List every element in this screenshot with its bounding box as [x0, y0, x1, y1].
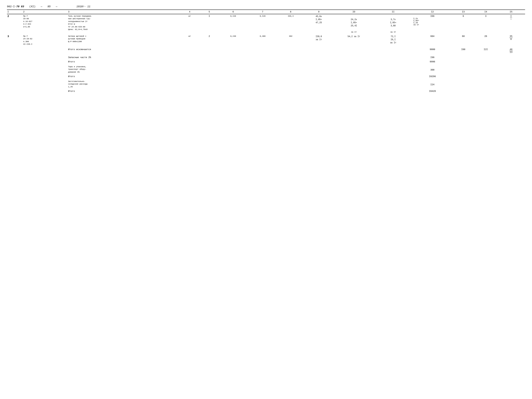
- col-header-6: 6: [219, 10, 247, 14]
- col-header-4: 4: [180, 10, 199, 14]
- empty: [475, 54, 497, 59]
- row-col14: 3: [475, 14, 497, 34]
- row-unit: шт: [180, 14, 199, 34]
- row-col15: 35 8: [497, 34, 525, 46]
- col-header-2: 2: [23, 10, 68, 14]
- doc-xi: (XI): [29, 5, 36, 8]
- row-col8: I66,3: [278, 14, 303, 34]
- empty: [497, 59, 525, 64]
- summary-row-zagot: Заготовительно- складские расходы 1,2% I…: [7, 78, 525, 89]
- col-header-12: I2: [413, 10, 452, 14]
- itogo3-label: Итого: [68, 74, 180, 78]
- empty: [303, 46, 334, 54]
- empty: [7, 89, 23, 93]
- itogo-excl-col13: I88: [452, 46, 475, 54]
- empty: [180, 54, 413, 59]
- col-header-11: II: [374, 10, 413, 14]
- row-col6: 0,I28: [219, 14, 247, 34]
- row-col10: 24,2х I,05= 25,4I за Iт: [334, 14, 374, 34]
- empty: [7, 46, 23, 54]
- row-name: Таль ручная передвиж- ная шестеренная гр…: [68, 14, 180, 34]
- empty: [7, 74, 23, 78]
- empty: [180, 59, 413, 64]
- empty: [475, 64, 497, 74]
- zagot-col12: I24: [413, 78, 452, 89]
- empty: [180, 78, 413, 89]
- summary-row-zapas: Запасные части 2% I96: [7, 54, 525, 59]
- itogo-excl-label: Итого исключается: [68, 46, 180, 54]
- zagot-label: Заготовительно- складские расходы 1,2%: [68, 78, 180, 89]
- row-unit: шт: [180, 34, 199, 46]
- empty: [219, 46, 247, 54]
- row-qty: I: [199, 14, 219, 34]
- empty: [452, 64, 475, 74]
- document-header: 902-I-70 83 (XI) — 95 — 1918г- 11: [7, 5, 525, 8]
- summary-row-tara: Тара и упаковка, транспорт обору- довани…: [7, 64, 525, 74]
- empty: [374, 46, 413, 54]
- col-header-8: 8: [278, 10, 303, 14]
- row-col7: 0,480: [247, 34, 278, 46]
- empty: [23, 46, 68, 54]
- row-code: Пр-Т 24-I0-02 п.306 22-I20-I: [23, 34, 68, 46]
- itogo3-col12: I0296: [413, 74, 452, 78]
- empty: [334, 46, 374, 54]
- row-num: 2: [7, 14, 23, 34]
- col-header-7: 7: [247, 10, 278, 14]
- main-table: I 2 3 4 5 6 7 8 9 IO II I2 I3 I4 I5 2 Пр…: [7, 10, 525, 93]
- col-header-13: I3: [452, 10, 475, 14]
- empty: [497, 64, 525, 74]
- col-header-9: 9: [303, 10, 334, 14]
- row-col11: 72,I I6,I за Iт: [374, 34, 413, 46]
- zapas-label: Запасные части 2%: [68, 54, 180, 59]
- empty: [7, 54, 23, 59]
- empty: [497, 78, 525, 89]
- empty: [497, 89, 525, 93]
- empty: [23, 89, 68, 93]
- empty: [180, 46, 199, 54]
- empty: [475, 74, 497, 78]
- row-col9: I39,0 за Iт: [303, 34, 334, 46]
- summary-row-itogo2: Итого 9996: [7, 59, 525, 64]
- empty: [497, 54, 525, 59]
- col-header-14: I4: [475, 10, 497, 14]
- col-header-5: 5: [199, 10, 219, 14]
- itogo-excl-col15: 48 I3: [497, 46, 525, 54]
- empty: [452, 78, 475, 89]
- col-header-10: IO: [334, 10, 374, 14]
- summary-row-itogo4: Итого I0420: [7, 89, 525, 93]
- row-col14: 26: [475, 34, 497, 46]
- row-col12: I66 I,2хI,05=I,26за Iт: [413, 14, 452, 34]
- row-col15: I —: [497, 14, 525, 34]
- empty: [278, 46, 303, 54]
- row-qty: 2: [199, 34, 219, 46]
- empty: [180, 89, 413, 93]
- row-col6: 0,240: [219, 34, 247, 46]
- row-col7: 0,I28: [247, 14, 278, 34]
- zapas-col12: I96: [413, 54, 452, 59]
- empty: [475, 78, 497, 89]
- row-col9: 45,0х I,05= 47,25: [303, 14, 334, 34]
- summary-row-itogo-excl: Итого исключается 9800 I88 I2I 48 I3: [7, 46, 525, 54]
- empty: [7, 59, 23, 64]
- doc-number: 902-I-70 83: [7, 5, 24, 8]
- row-col13: 6: [452, 14, 475, 34]
- empty: [452, 89, 475, 93]
- col-header-3: 3: [68, 10, 180, 14]
- itogo-excl-col14: I2I: [475, 46, 497, 54]
- empty: [7, 64, 23, 74]
- empty: [247, 46, 278, 54]
- row-code: Пр-Т I9-06 п.16-027 3-У-6II к=I,05: [23, 14, 68, 34]
- summary-row-itogo3: Итого I0296: [7, 74, 525, 78]
- center-num: 95: [47, 5, 51, 8]
- empty: [180, 64, 413, 74]
- column-header-row: I 2 3 4 5 6 7 8 9 IO II I2 I3 I4 I5: [7, 10, 525, 14]
- empty: [452, 54, 475, 59]
- empty: [475, 89, 497, 93]
- row-name: Затвор щитовой с ручным приводом Щ-Р-900…: [68, 34, 180, 46]
- empty: [452, 74, 475, 78]
- doc-date: 1918г- 11: [76, 5, 90, 8]
- row-col11: 3,7х I,05= 3,88 за Iт: [374, 14, 413, 34]
- itogo4-label: Итого: [68, 89, 180, 93]
- tara-label: Тара и упаковка, транспорт обору- довани…: [68, 64, 180, 74]
- itogo4-col12: I0420: [413, 89, 452, 93]
